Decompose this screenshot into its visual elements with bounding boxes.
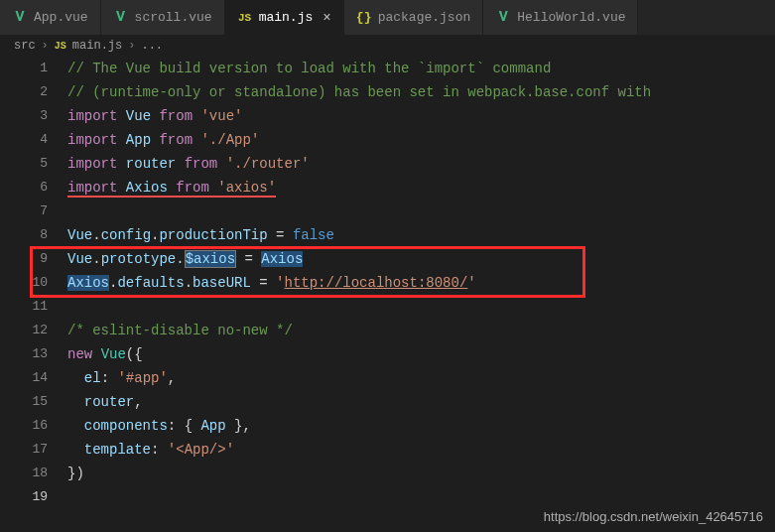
line-number-gutter: 12345678910111213141516171819 bbox=[0, 57, 67, 509]
tab-scroll-vue[interactable]: V scroll.vue bbox=[101, 0, 225, 35]
tab-app-vue[interactable]: V App.vue bbox=[0, 0, 101, 35]
breadcrumb[interactable]: src › JS main.js › ... bbox=[0, 35, 775, 57]
tab-label: main.js bbox=[259, 10, 314, 25]
tab-package-json[interactable]: {} package.json bbox=[344, 0, 484, 35]
chevron-right-icon: › bbox=[128, 39, 135, 53]
tab-label: scroll.vue bbox=[135, 10, 212, 25]
tab-main-js[interactable]: JS main.js × bbox=[225, 0, 344, 35]
js-icon: JS bbox=[55, 41, 66, 52]
vue-icon: V bbox=[12, 10, 28, 26]
breadcrumb-root: src bbox=[14, 39, 36, 53]
tab-label: package.json bbox=[378, 10, 471, 25]
tab-label: App.vue bbox=[34, 10, 88, 25]
vue-icon: V bbox=[495, 10, 511, 26]
code-area[interactable]: // The Vue build version to load with th… bbox=[67, 57, 775, 509]
tab-label: HelloWorld.vue bbox=[517, 10, 625, 25]
json-icon: {} bbox=[356, 10, 372, 26]
js-icon: JS bbox=[237, 10, 253, 26]
breadcrumb-file: main.js bbox=[72, 39, 122, 53]
breadcrumb-more: ... bbox=[141, 39, 163, 53]
vue-icon: V bbox=[113, 10, 129, 26]
watermark: https://blog.csdn.net/weixin_42645716 bbox=[544, 509, 763, 524]
close-icon[interactable]: × bbox=[323, 10, 330, 26]
tab-bar: V App.vue V scroll.vue JS main.js × {} p… bbox=[0, 0, 775, 35]
chevron-right-icon: › bbox=[42, 39, 49, 53]
tab-helloworld-vue[interactable]: V HelloWorld.vue bbox=[483, 0, 638, 35]
code-editor[interactable]: 12345678910111213141516171819 // The Vue… bbox=[0, 57, 775, 509]
